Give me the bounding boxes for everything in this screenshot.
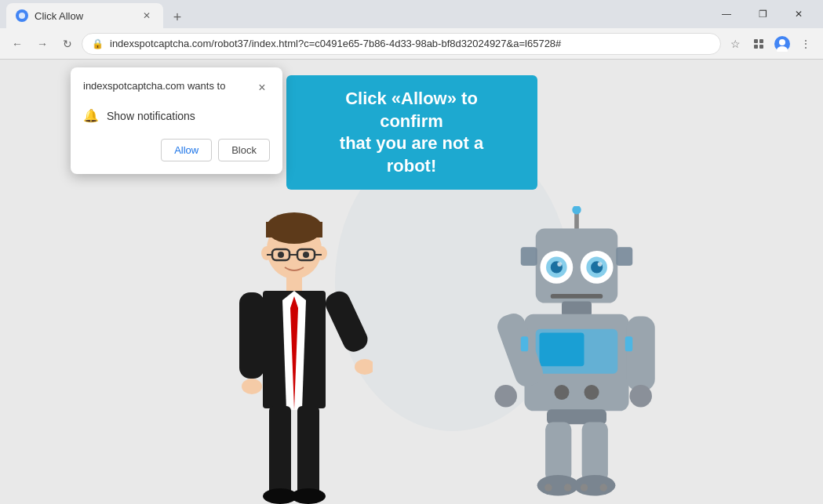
- new-tab-button[interactable]: +: [166, 6, 188, 28]
- svg-point-53: [494, 385, 517, 408]
- svg-rect-36: [616, 247, 632, 266]
- page-content: Click «Allow» to confirm that you are no…: [0, 60, 823, 504]
- popup-close-button[interactable]: ×: [254, 80, 270, 96]
- svg-rect-57: [545, 422, 571, 482]
- svg-rect-65: [520, 336, 528, 351]
- title-bar: Click Allow ✕ + — ❐ ✕: [0, 0, 823, 28]
- extensions-button[interactable]: [748, 33, 770, 55]
- svg-rect-1: [754, 39, 758, 43]
- page-background: Click «Allow» to confirm that you are no…: [0, 60, 823, 504]
- svg-rect-25: [322, 288, 371, 355]
- back-button[interactable]: ←: [6, 33, 28, 55]
- svg-point-27: [355, 359, 373, 375]
- svg-point-60: [574, 475, 615, 496]
- window-controls: — ❐ ✕: [708, 0, 817, 28]
- svg-rect-29: [297, 406, 319, 496]
- reload-button[interactable]: ↻: [56, 33, 78, 55]
- tab-title: Click Allow: [35, 10, 133, 22]
- block-button[interactable]: Block: [218, 139, 270, 161]
- svg-point-12: [316, 246, 327, 260]
- svg-point-0: [19, 13, 25, 19]
- bell-icon: 🔔: [83, 108, 99, 123]
- svg-point-55: [629, 385, 652, 408]
- notification-popup: indexspotcaptcha.com wants to × 🔔 Show n…: [71, 67, 282, 174]
- maximize-button[interactable]: ❐: [745, 0, 781, 28]
- tab-close-button[interactable]: ✕: [140, 9, 154, 23]
- svg-point-44: [597, 262, 602, 267]
- svg-point-51: [584, 385, 599, 400]
- svg-rect-35: [520, 247, 537, 266]
- svg-point-64: [599, 484, 607, 491]
- svg-point-59: [537, 475, 578, 496]
- svg-point-43: [557, 262, 562, 267]
- url-text: indexspotcaptcha.com/robot37/index.html?…: [110, 38, 711, 49]
- svg-point-63: [580, 484, 588, 491]
- svg-point-18: [278, 252, 284, 258]
- svg-point-19: [303, 252, 309, 258]
- address-bar: ← → ↻ 🔒 indexspotcaptcha.com/robot37/ind…: [0, 28, 823, 60]
- popup-site-text: indexspotcaptcha.com wants to: [83, 80, 225, 92]
- browser-tab[interactable]: Click Allow ✕: [6, 3, 163, 28]
- svg-rect-20: [286, 277, 302, 292]
- svg-point-31: [291, 488, 326, 504]
- svg-rect-24: [239, 292, 264, 379]
- popup-notification-row: 🔔 Show notifications: [83, 105, 270, 126]
- url-bar[interactable]: 🔒 indexspotcaptcha.com/robot37/index.htm…: [82, 33, 721, 55]
- bookmark-button[interactable]: ☆: [724, 33, 746, 55]
- svg-point-11: [261, 246, 272, 260]
- profile-button[interactable]: [771, 33, 793, 55]
- svg-point-26: [242, 379, 262, 394]
- svg-point-33: [572, 206, 581, 214]
- svg-rect-2: [759, 39, 763, 43]
- svg-point-62: [563, 484, 571, 491]
- notification-label: Show notifications: [107, 110, 195, 122]
- lock-icon: 🔒: [92, 38, 104, 49]
- svg-rect-10: [266, 222, 322, 237]
- svg-rect-4: [759, 45, 763, 49]
- address-actions: ☆ ⋮: [724, 33, 817, 55]
- popup-header: indexspotcaptcha.com wants to ×: [83, 80, 270, 96]
- popup-buttons: Allow Block: [83, 139, 270, 161]
- svg-point-61: [544, 484, 552, 491]
- forward-button[interactable]: →: [31, 33, 53, 55]
- figures-area: [137, 151, 686, 504]
- svg-rect-49: [539, 333, 584, 367]
- allow-button[interactable]: Allow: [161, 139, 212, 161]
- tab-favicon: [16, 9, 28, 22]
- svg-point-6: [779, 39, 785, 45]
- minimize-button[interactable]: —: [708, 0, 745, 28]
- svg-rect-58: [581, 422, 607, 482]
- svg-point-50: [554, 385, 569, 400]
- svg-rect-28: [269, 406, 291, 496]
- human-figure: [216, 206, 373, 504]
- menu-button[interactable]: ⋮: [795, 33, 817, 55]
- svg-rect-66: [625, 336, 632, 351]
- robot-figure: [490, 206, 663, 504]
- svg-rect-3: [754, 45, 758, 49]
- svg-rect-45: [550, 294, 603, 299]
- browser-frame: Click Allow ✕ + — ❐ ✕ ← → ↻ 🔒 indexspotc…: [0, 0, 823, 504]
- svg-rect-54: [626, 317, 654, 391]
- close-button[interactable]: ✕: [781, 0, 817, 28]
